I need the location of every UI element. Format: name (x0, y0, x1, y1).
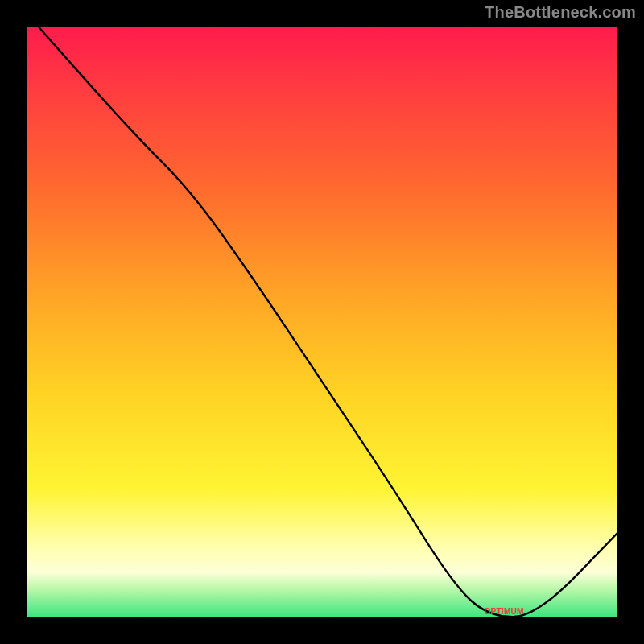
chart-background-gradient (24, 24, 620, 620)
watermark-text: TheBottleneck.com (485, 3, 636, 22)
chart-frame: OPTIMUM (24, 24, 620, 620)
optimum-label: OPTIMUM (484, 607, 523, 616)
